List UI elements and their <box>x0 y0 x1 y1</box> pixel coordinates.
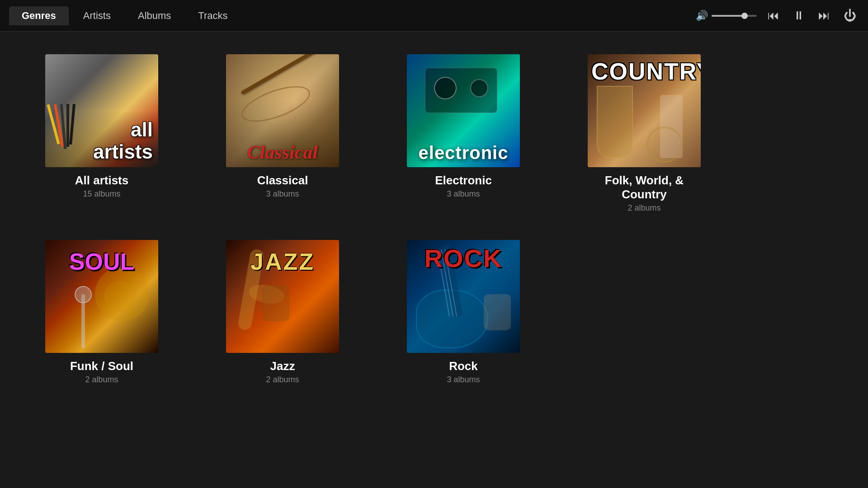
volume-slider[interactable] <box>712 15 757 17</box>
genre-card-all-artists[interactable]: allartists All artists 15 albums <box>45 54 158 213</box>
genre-overlay-rock: ROCK <box>407 244 520 272</box>
genre-name-funk-soul: Funk / Soul <box>70 359 133 373</box>
navigation-tabs: Genres Artists Albums Tracks <box>9 6 241 25</box>
genre-image-funk-soul: SOUL <box>45 240 158 353</box>
genre-overlay-jazz: JAZZ <box>226 249 339 275</box>
genre-albums-jazz: 2 albums <box>266 375 299 385</box>
genre-name-classical: Classical <box>257 174 308 188</box>
header: Genres Artists Albums Tracks 🔊 ⏮ ⏸ ⏭ ⏻ <box>0 0 868 32</box>
genre-name-all-artists: All artists <box>75 174 129 188</box>
genre-albums-funk-soul: 2 albums <box>85 375 118 385</box>
genre-image-all-artists: allartists <box>45 54 158 167</box>
genre-name-electronic: Electronic <box>435 174 492 188</box>
genre-image-electronic: electronic <box>407 54 520 167</box>
genre-card-electronic[interactable]: electronic Electronic 3 albums <box>407 54 520 213</box>
genre-overlay-country: COUNTRY <box>588 59 701 84</box>
genre-overlay-electronic: electronic <box>407 143 520 163</box>
genre-card-funk-soul[interactable]: SOUL Funk / Soul 2 albums <box>45 240 158 385</box>
genre-image-rock: ROCK <box>407 240 520 353</box>
prev-button[interactable]: ⏮ <box>765 7 782 24</box>
genre-overlay-all-artists: allartists <box>45 119 158 163</box>
genre-image-jazz: JAZZ <box>226 240 339 353</box>
genre-card-folk-world-country[interactable]: COUNTRY Folk, World, & Country 2 albums <box>588 54 701 213</box>
genre-overlay-classical: Classical <box>226 142 339 163</box>
genre-overlay-soul: SOUL <box>45 249 158 275</box>
tab-artists[interactable]: Artists <box>71 6 123 25</box>
genre-image-classical: Classical <box>226 54 339 167</box>
genres-grid: allartists All artists 15 albums Classic… <box>0 32 868 407</box>
genre-albums-classical: 3 albums <box>266 189 299 199</box>
genre-card-jazz[interactable]: JAZZ Jazz 2 albums <box>226 240 339 385</box>
genre-albums-electronic: 3 albums <box>447 189 480 199</box>
genre-name-jazz: Jazz <box>270 359 295 373</box>
genre-name-folk-world-country: Folk, World, & Country <box>588 174 701 202</box>
genre-albums-rock: 3 albums <box>447 375 480 385</box>
tab-albums[interactable]: Albums <box>125 6 184 25</box>
volume-icon: 🔊 <box>696 10 708 22</box>
genre-image-folk-world-country: COUNTRY <box>588 54 701 167</box>
genre-albums-all-artists: 15 albums <box>83 189 120 199</box>
power-button[interactable]: ⏻ <box>841 6 859 25</box>
volume-knob[interactable] <box>741 13 748 19</box>
genre-card-classical[interactable]: Classical Classical 3 albums <box>226 54 339 213</box>
pause-button[interactable]: ⏸ <box>790 7 807 24</box>
tab-tracks[interactable]: Tracks <box>185 6 240 25</box>
genre-albums-folk-world-country: 2 albums <box>627 203 660 213</box>
volume-control: 🔊 <box>696 10 757 22</box>
playback-controls: 🔊 ⏮ ⏸ ⏭ ⏻ <box>696 6 859 25</box>
genre-name-rock: Rock <box>449 359 478 373</box>
tab-genres[interactable]: Genres <box>9 6 69 25</box>
volume-fill <box>712 15 743 17</box>
next-button[interactable]: ⏭ <box>816 7 833 24</box>
genre-card-rock[interactable]: ROCK Rock 3 albums <box>407 240 520 385</box>
